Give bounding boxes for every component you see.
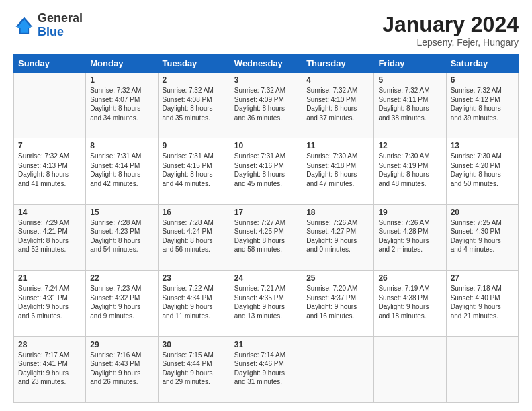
day-number: 12 [378,141,441,150]
calendar-cell: 7Sunrise: 7:32 AM Sunset: 4:13 PM Daylig… [14,138,86,204]
day-info: Sunrise: 7:24 AM Sunset: 4:31 PM Dayligh… [18,284,81,320]
calendar-table: SundayMondayTuesdayWednesdayThursdayFrid… [13,54,519,403]
day-number: 10 [234,141,298,150]
day-number: 21 [18,273,81,283]
header: General Blue January 2024 Lepseny, Fejer… [13,12,519,48]
day-number: 8 [90,141,153,150]
day-number: 20 [451,208,514,217]
calendar-cell: 31Sunrise: 7:14 AM Sunset: 4:46 PM Dayli… [230,336,302,402]
day-number: 16 [163,208,226,217]
logo: General Blue [13,12,83,39]
svg-marker-1 [17,19,31,33]
header-tuesday: Tuesday [158,55,230,73]
day-number: 31 [234,340,298,349]
calendar-cell: 5Sunrise: 7:32 AM Sunset: 4:11 PM Daylig… [374,73,446,138]
day-info: Sunrise: 7:17 AM Sunset: 4:41 PM Dayligh… [18,351,81,387]
calendar-cell: 1Sunrise: 7:32 AM Sunset: 4:07 PM Daylig… [86,73,158,138]
calendar-cell: 21Sunrise: 7:24 AM Sunset: 4:31 PM Dayli… [14,271,86,336]
day-number: 25 [306,273,369,283]
day-number: 7 [18,141,81,150]
calendar-cell: 6Sunrise: 7:32 AM Sunset: 4:12 PM Daylig… [446,73,518,138]
day-info: Sunrise: 7:32 AM Sunset: 4:09 PM Dayligh… [234,86,298,122]
header-monday: Monday [86,55,158,73]
calendar-cell: 30Sunrise: 7:15 AM Sunset: 4:44 PM Dayli… [158,336,230,402]
day-info: Sunrise: 7:20 AM Sunset: 4:37 PM Dayligh… [306,284,369,320]
calendar-cell: 8Sunrise: 7:31 AM Sunset: 4:14 PM Daylig… [86,138,158,204]
header-saturday: Saturday [446,55,518,73]
day-number: 30 [163,340,226,349]
day-info: Sunrise: 7:19 AM Sunset: 4:38 PM Dayligh… [378,284,441,320]
day-info: Sunrise: 7:32 AM Sunset: 4:10 PM Dayligh… [306,86,369,122]
month-title: January 2024 [382,12,519,37]
day-number: 24 [234,273,298,283]
day-number: 26 [378,273,441,283]
calendar-cell: 26Sunrise: 7:19 AM Sunset: 4:38 PM Dayli… [374,271,446,336]
day-info: Sunrise: 7:27 AM Sunset: 4:25 PM Dayligh… [234,218,298,255]
calendar-cell: 14Sunrise: 7:29 AM Sunset: 4:21 PM Dayli… [14,204,86,270]
day-info: Sunrise: 7:32 AM Sunset: 4:07 PM Dayligh… [90,86,153,122]
logo-text: General Blue [38,12,83,39]
day-info: Sunrise: 7:28 AM Sunset: 4:23 PM Dayligh… [90,218,153,255]
week-row-2: 7Sunrise: 7:32 AM Sunset: 4:13 PM Daylig… [14,138,519,204]
day-info: Sunrise: 7:30 AM Sunset: 4:18 PM Dayligh… [306,152,369,188]
day-number: 4 [306,75,369,85]
calendar-cell: 2Sunrise: 7:32 AM Sunset: 4:08 PM Daylig… [158,73,230,138]
calendar-cell: 18Sunrise: 7:26 AM Sunset: 4:27 PM Dayli… [302,204,374,270]
day-info: Sunrise: 7:26 AM Sunset: 4:28 PM Dayligh… [378,218,441,255]
calendar-cell: 23Sunrise: 7:22 AM Sunset: 4:34 PM Dayli… [158,271,230,336]
week-row-1: 1Sunrise: 7:32 AM Sunset: 4:07 PM Daylig… [14,73,519,138]
calendar-cell: 13Sunrise: 7:30 AM Sunset: 4:20 PM Dayli… [446,138,518,204]
day-number: 18 [306,208,369,217]
day-number: 5 [378,75,441,85]
logo-blue-text: Blue [38,26,83,39]
day-info: Sunrise: 7:32 AM Sunset: 4:13 PM Dayligh… [18,152,81,188]
day-info: Sunrise: 7:29 AM Sunset: 4:21 PM Dayligh… [18,218,81,255]
calendar-cell: 3Sunrise: 7:32 AM Sunset: 4:09 PM Daylig… [230,73,302,138]
day-info: Sunrise: 7:22 AM Sunset: 4:34 PM Dayligh… [163,284,226,320]
day-number: 2 [163,75,226,85]
calendar-cell [14,73,86,138]
title-block: January 2024 Lepseny, Fejer, Hungary [382,12,519,48]
calendar-cell: 11Sunrise: 7:30 AM Sunset: 4:18 PM Dayli… [302,138,374,204]
logo-icon [13,15,35,36]
calendar-cell: 25Sunrise: 7:20 AM Sunset: 4:37 PM Dayli… [302,271,374,336]
day-info: Sunrise: 7:31 AM Sunset: 4:15 PM Dayligh… [163,152,226,188]
day-info: Sunrise: 7:30 AM Sunset: 4:20 PM Dayligh… [451,152,514,188]
day-info: Sunrise: 7:16 AM Sunset: 4:43 PM Dayligh… [90,351,153,387]
calendar-cell: 27Sunrise: 7:18 AM Sunset: 4:40 PM Dayli… [446,271,518,336]
week-row-3: 14Sunrise: 7:29 AM Sunset: 4:21 PM Dayli… [14,204,519,270]
calendar-cell: 24Sunrise: 7:21 AM Sunset: 4:35 PM Dayli… [230,271,302,336]
calendar: SundayMondayTuesdayWednesdayThursdayFrid… [13,54,519,403]
calendar-cell: 4Sunrise: 7:32 AM Sunset: 4:10 PM Daylig… [302,73,374,138]
day-number: 29 [90,340,153,349]
calendar-cell: 20Sunrise: 7:25 AM Sunset: 4:30 PM Dayli… [446,204,518,270]
day-number: 19 [378,208,441,217]
day-info: Sunrise: 7:26 AM Sunset: 4:27 PM Dayligh… [306,218,369,255]
day-number: 17 [234,208,298,217]
calendar-cell: 10Sunrise: 7:31 AM Sunset: 4:16 PM Dayli… [230,138,302,204]
header-row: SundayMondayTuesdayWednesdayThursdayFrid… [14,55,519,73]
calendar-cell: 29Sunrise: 7:16 AM Sunset: 4:43 PM Dayli… [86,336,158,402]
header-friday: Friday [374,55,446,73]
day-number: 9 [163,141,226,150]
day-number: 27 [451,273,514,283]
day-number: 13 [451,141,514,150]
day-number: 15 [90,208,153,217]
calendar-cell: 22Sunrise: 7:23 AM Sunset: 4:32 PM Dayli… [86,271,158,336]
week-row-4: 21Sunrise: 7:24 AM Sunset: 4:31 PM Dayli… [14,271,519,336]
day-number: 1 [90,75,153,85]
calendar-cell: 15Sunrise: 7:28 AM Sunset: 4:23 PM Dayli… [86,204,158,270]
calendar-cell: 19Sunrise: 7:26 AM Sunset: 4:28 PM Dayli… [374,204,446,270]
calendar-cell: 16Sunrise: 7:28 AM Sunset: 4:24 PM Dayli… [158,204,230,270]
week-row-5: 28Sunrise: 7:17 AM Sunset: 4:41 PM Dayli… [14,336,519,402]
day-info: Sunrise: 7:28 AM Sunset: 4:24 PM Dayligh… [163,218,226,255]
calendar-header: SundayMondayTuesdayWednesdayThursdayFrid… [14,55,519,73]
day-info: Sunrise: 7:15 AM Sunset: 4:44 PM Dayligh… [163,351,226,387]
calendar-body: 1Sunrise: 7:32 AM Sunset: 4:07 PM Daylig… [14,73,519,403]
day-number: 11 [306,141,369,150]
calendar-cell [374,336,446,402]
header-wednesday: Wednesday [230,55,302,73]
day-info: Sunrise: 7:25 AM Sunset: 4:30 PM Dayligh… [451,218,514,255]
day-number: 23 [163,273,226,283]
day-number: 22 [90,273,153,283]
